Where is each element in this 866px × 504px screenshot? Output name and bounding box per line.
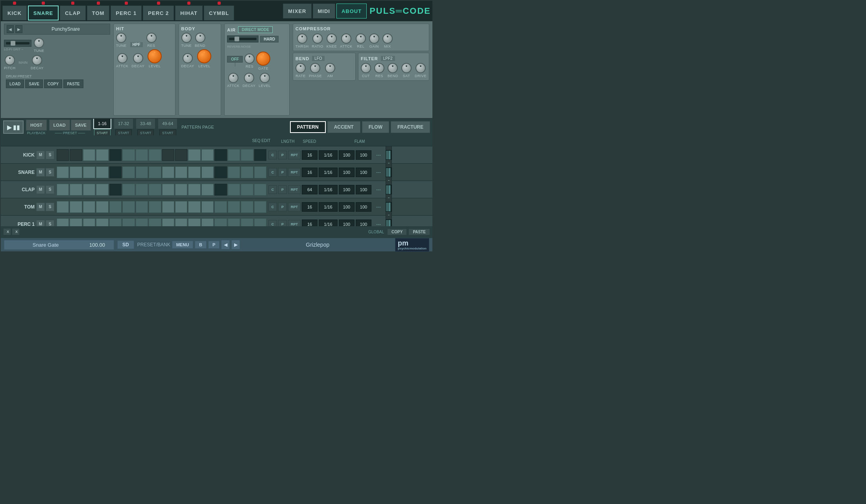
step-4-perc 1[interactable] bbox=[109, 218, 122, 227]
hit-res-knob[interactable] bbox=[146, 33, 157, 43]
step-0-kick[interactable] bbox=[57, 149, 69, 161]
step-7-snare[interactable] bbox=[149, 166, 161, 178]
hit-attck-knob[interactable] bbox=[117, 53, 127, 63]
step-12-perc 1[interactable] bbox=[214, 218, 227, 227]
drum-paste-btn[interactable]: PASTE bbox=[63, 79, 83, 88]
step-9-kick[interactable] bbox=[175, 149, 187, 161]
gain-knob[interactable] bbox=[369, 33, 379, 44]
step-12-snare[interactable] bbox=[214, 166, 227, 178]
step-8-kick[interactable] bbox=[162, 149, 174, 161]
step-3-kick[interactable] bbox=[96, 149, 108, 161]
step-1-tom[interactable] bbox=[70, 201, 82, 213]
rpt-btn-perc 1[interactable]: RPT bbox=[288, 220, 301, 227]
mode-fracture-btn[interactable]: FRACTURE bbox=[391, 121, 430, 133]
c-btn-perc 1[interactable]: C bbox=[268, 220, 277, 227]
step-12-tom[interactable] bbox=[214, 201, 227, 213]
step-12-clap[interactable] bbox=[214, 184, 227, 196]
lpf2-btn[interactable]: LPF2 bbox=[380, 55, 395, 61]
step-4-clap[interactable] bbox=[109, 184, 122, 196]
m-btn-perc 1[interactable]: M bbox=[36, 220, 45, 227]
phase-knob[interactable] bbox=[310, 63, 320, 73]
velocity-slider-kick[interactable] bbox=[386, 150, 392, 160]
step-3-clap[interactable] bbox=[96, 184, 108, 196]
step-10-clap[interactable] bbox=[188, 184, 200, 196]
body-level-knob[interactable] bbox=[197, 49, 211, 63]
bank-next-btn[interactable]: ▶ bbox=[231, 240, 240, 249]
air-gate-knob[interactable] bbox=[256, 52, 270, 66]
step-9-snare[interactable] bbox=[175, 166, 187, 178]
nav-tom[interactable]: TOM bbox=[87, 6, 110, 20]
nav-midi[interactable]: MIDI bbox=[313, 4, 335, 18]
step-15-perc 1[interactable] bbox=[254, 218, 266, 227]
air-decay-knob[interactable] bbox=[244, 73, 254, 83]
step-8-snare[interactable] bbox=[162, 166, 174, 178]
drum-load-btn[interactable]: LOAD bbox=[6, 79, 24, 88]
step-9-tom[interactable] bbox=[175, 201, 187, 213]
step-11-kick[interactable] bbox=[201, 149, 214, 161]
knee-knob[interactable] bbox=[327, 33, 337, 44]
x-btn-2[interactable]: X bbox=[12, 228, 20, 235]
nav-clap[interactable]: CLAP bbox=[60, 6, 85, 20]
air-level-knob[interactable] bbox=[260, 73, 270, 83]
ratio-knob[interactable] bbox=[312, 33, 323, 44]
step-4-tom[interactable] bbox=[109, 201, 122, 213]
am-knob[interactable] bbox=[325, 63, 335, 73]
step-9-perc 1[interactable] bbox=[175, 218, 187, 227]
velocity-slider-perc 1[interactable] bbox=[386, 220, 392, 227]
step-6-snare[interactable] bbox=[136, 166, 148, 178]
p-btn[interactable]: P bbox=[208, 241, 220, 249]
filter-res-knob[interactable] bbox=[374, 63, 384, 73]
s-btn-tom[interactable]: S bbox=[46, 203, 54, 211]
decay-main-knob[interactable] bbox=[32, 55, 42, 65]
step-14-tom[interactable] bbox=[241, 201, 253, 213]
mode-pattern-btn[interactable]: PATTERN bbox=[290, 121, 326, 133]
step-14-perc 1[interactable] bbox=[241, 218, 253, 227]
s-btn-kick[interactable]: S bbox=[46, 151, 54, 159]
nav-cymbl[interactable]: CYMBL bbox=[204, 6, 234, 20]
bank-prev-btn[interactable]: ◀ bbox=[221, 240, 230, 249]
step-3-perc 1[interactable] bbox=[96, 218, 108, 227]
sat-knob[interactable] bbox=[401, 63, 412, 73]
hit-decay-knob[interactable] bbox=[133, 53, 143, 63]
step-5-perc 1[interactable] bbox=[122, 218, 135, 227]
menu-btn[interactable]: MENU bbox=[172, 241, 193, 249]
mode-flow-btn[interactable]: FLOW bbox=[362, 121, 389, 133]
step-5-snare[interactable] bbox=[122, 166, 135, 178]
step-14-kick[interactable] bbox=[241, 149, 253, 161]
s-btn-clap[interactable]: S bbox=[46, 185, 54, 194]
pitch-knob[interactable] bbox=[5, 55, 15, 65]
rate-knob[interactable] bbox=[295, 63, 306, 73]
thrsh-knob[interactable] bbox=[297, 33, 307, 44]
m-btn-tom[interactable]: M bbox=[36, 203, 45, 211]
preset-prev[interactable]: ◀ bbox=[7, 25, 14, 33]
global-copy-btn[interactable]: COPY bbox=[387, 229, 407, 235]
hit-tune-knob[interactable] bbox=[116, 33, 126, 43]
step-15-tom[interactable] bbox=[254, 201, 266, 213]
step-11-tom[interactable] bbox=[201, 201, 214, 213]
body-tune-knob[interactable] bbox=[181, 33, 192, 43]
step-8-perc 1[interactable] bbox=[162, 218, 174, 227]
m-btn-kick[interactable]: M bbox=[36, 151, 45, 159]
step-6-clap[interactable] bbox=[136, 184, 148, 196]
step-12-kick[interactable] bbox=[214, 149, 227, 161]
p-btn-perc 1[interactable]: P bbox=[278, 220, 287, 227]
nav-hihat[interactable]: HIHAT bbox=[175, 6, 203, 20]
direct-mode-btn[interactable]: DIRECT MODE bbox=[238, 26, 273, 33]
step-1-clap[interactable] bbox=[70, 184, 82, 196]
mode-accent-btn[interactable]: ACCENT bbox=[327, 121, 360, 133]
step-13-kick[interactable] bbox=[228, 149, 240, 161]
page-33-48-btn[interactable]: 33-48 bbox=[136, 119, 155, 129]
seq-load-btn[interactable]: LOAD bbox=[49, 120, 70, 131]
body-decay-knob[interactable] bbox=[183, 53, 193, 63]
nav-about[interactable]: ABOUT bbox=[336, 4, 367, 18]
nav-perc1[interactable]: PERC 1 bbox=[111, 6, 142, 20]
host-btn[interactable]: HOST bbox=[26, 120, 47, 131]
step-0-perc 1[interactable] bbox=[57, 218, 69, 227]
lofi-slider[interactable] bbox=[4, 40, 31, 47]
step-11-perc 1[interactable] bbox=[201, 218, 214, 227]
step-5-kick[interactable] bbox=[122, 149, 135, 161]
nav-kick[interactable]: KICK bbox=[2, 6, 27, 20]
s-btn-perc 1[interactable]: S bbox=[46, 220, 54, 227]
sd-btn[interactable]: SD bbox=[117, 240, 134, 249]
step-5-tom[interactable] bbox=[122, 201, 135, 213]
